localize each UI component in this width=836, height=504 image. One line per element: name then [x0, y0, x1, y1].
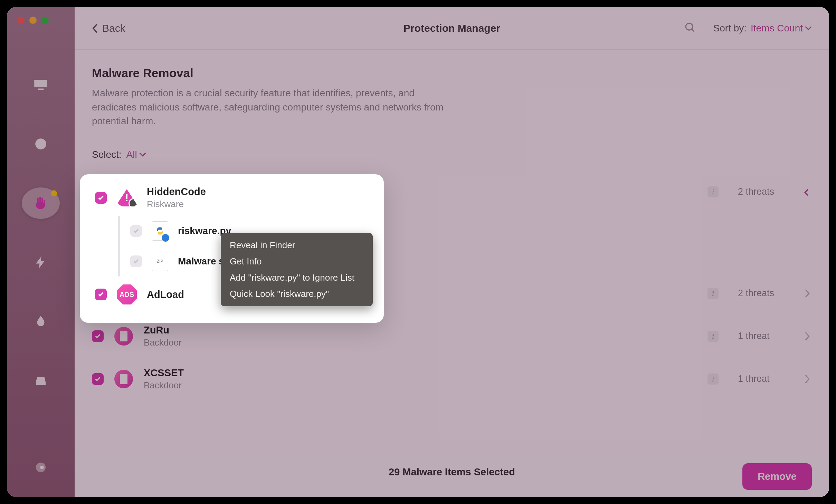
info-button[interactable]: i	[707, 288, 719, 299]
checkbox[interactable]	[92, 330, 104, 342]
check-icon	[133, 227, 140, 234]
sort-value: Items Count	[751, 23, 803, 34]
chevron-down-icon	[139, 152, 146, 157]
svg-point-0	[35, 138, 46, 149]
remove-button[interactable]: Remove	[742, 463, 812, 490]
selection-status: 29 Malware Items Selected	[389, 466, 515, 478]
threat-name: XCSSET	[144, 367, 184, 379]
check-icon	[133, 258, 140, 265]
monitor-icon	[32, 76, 49, 94]
threat-icon: ADS	[116, 284, 137, 305]
minimize-window-button[interactable]	[29, 17, 37, 24]
chevron-right-icon	[802, 374, 812, 384]
select-label: Select:	[92, 149, 122, 160]
bolt-icon	[34, 255, 48, 270]
threat-count: 2 threats	[738, 186, 783, 197]
chevron-down-icon	[805, 26, 812, 31]
info-button[interactable]: i	[707, 374, 719, 385]
python-file-icon	[152, 221, 168, 241]
svg-point-3	[686, 23, 693, 30]
window-controls	[17, 17, 49, 24]
section-description: Malware protection is a crucial security…	[92, 86, 458, 128]
page-title: Protection Manager	[403, 22, 500, 34]
drive-icon	[34, 374, 48, 388]
context-menu: Reveal in Finder Get Info Add "riskware.…	[221, 233, 373, 306]
sidebar-item-uninstaller[interactable]	[22, 306, 60, 337]
section-heading: Malware Removal	[92, 66, 812, 80]
threat-icon: !	[116, 187, 137, 208]
threat-count: 1 threat	[738, 374, 783, 384]
sidebar-item-protection[interactable]	[22, 187, 60, 219]
threat-row[interactable]: ! HiddenCode Riskware	[95, 185, 370, 216]
chevron-down-icon	[802, 187, 812, 197]
threat-icon	[113, 326, 134, 347]
threat-name: HiddenCode	[147, 186, 206, 197]
back-button[interactable]: Back	[92, 22, 125, 34]
app-window: Back Protection Manager Sort by: Items C…	[7, 7, 829, 497]
checkbox[interactable]	[95, 192, 107, 204]
checkbox[interactable]	[130, 255, 142, 267]
alert-badge	[51, 190, 57, 196]
threat-count: 2 threats	[738, 288, 783, 299]
top-bar: Back Protection Manager Sort by: Items C…	[75, 7, 829, 50]
tree-rail	[118, 216, 120, 277]
threat-count: 1 threat	[738, 331, 783, 341]
info-button[interactable]: i	[707, 331, 719, 342]
menu-item-quick-look[interactable]: Quick Look "riskware.py"	[221, 286, 373, 302]
check-icon	[97, 194, 104, 201]
check-icon	[94, 333, 101, 340]
expand-toggle[interactable]	[802, 187, 812, 197]
expand-toggle[interactable]	[802, 289, 812, 298]
select-filter[interactable]: Select: All	[92, 149, 812, 160]
hand-stop-icon	[32, 195, 49, 212]
check-icon	[97, 291, 104, 298]
threat-icon	[113, 369, 134, 389]
menu-item-get-info[interactable]: Get Info	[221, 253, 373, 270]
svg-point-2	[40, 466, 44, 469]
drop-icon	[34, 314, 48, 329]
info-button[interactable]: i	[707, 186, 719, 197]
threat-type: Backdoor	[144, 337, 182, 348]
chevron-right-icon	[802, 289, 812, 298]
back-label: Back	[102, 22, 125, 34]
search-icon	[684, 22, 696, 33]
camera-icon	[34, 460, 48, 475]
sort-control[interactable]: Sort by: Items Count	[713, 23, 812, 34]
sidebar	[7, 7, 75, 497]
menu-item-add-ignore[interactable]: Add "riskware.py" to Ignore List	[221, 270, 373, 286]
sidebar-item-files[interactable]	[22, 365, 60, 396]
threat-name: AdLoad	[147, 289, 184, 300]
sidebar-item-assistant[interactable]	[22, 452, 60, 483]
close-window-button[interactable]	[17, 17, 25, 24]
sidebar-item-cleanup[interactable]	[22, 69, 60, 100]
threat-name: ZuRu	[144, 324, 182, 336]
expand-toggle[interactable]	[802, 374, 812, 384]
sidebar-item-applications[interactable]	[22, 246, 60, 278]
threat-row[interactable]: XCSSET Backdoor i 1 threat	[92, 358, 812, 400]
threat-type: Riskware	[147, 199, 206, 210]
check-icon	[94, 376, 101, 382]
chevron-right-icon	[802, 331, 812, 341]
sidebar-item-performance[interactable]	[22, 128, 60, 159]
zip-file-icon: ZIP	[152, 252, 168, 271]
search-button[interactable]	[684, 22, 696, 35]
checkbox[interactable]	[130, 225, 142, 237]
select-value: All	[126, 149, 137, 160]
menu-item-reveal-in-finder[interactable]: Reveal in Finder	[221, 237, 373, 253]
smiley-icon	[34, 137, 48, 151]
zoom-window-button[interactable]	[41, 17, 49, 24]
checkbox[interactable]	[92, 373, 104, 385]
checkbox[interactable]	[95, 289, 107, 300]
focus-popover: ! HiddenCode Riskware	[80, 174, 384, 323]
sort-label: Sort by:	[713, 23, 747, 34]
chevron-left-icon	[92, 23, 99, 33]
expand-toggle[interactable]	[802, 331, 812, 341]
threat-type: Backdoor	[144, 380, 184, 391]
